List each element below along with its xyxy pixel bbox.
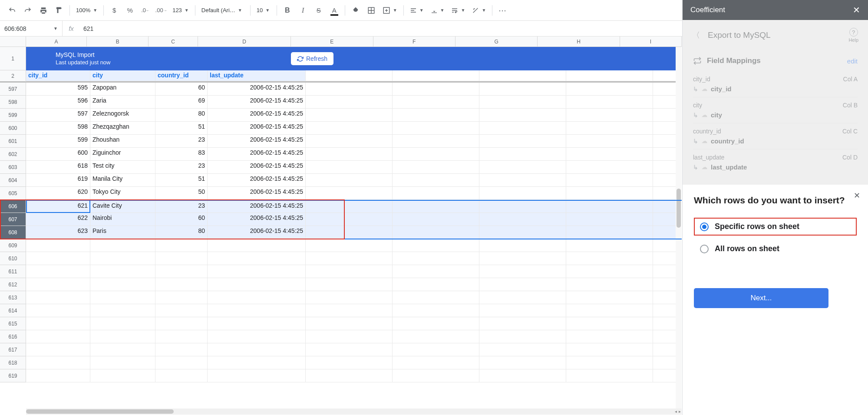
cell[interactable]: 50 [155, 187, 208, 200]
cell[interactable] [306, 174, 393, 187]
cell[interactable] [479, 278, 566, 291]
cell[interactable] [306, 343, 393, 356]
cell[interactable]: 83 [155, 148, 208, 161]
cell[interactable] [566, 148, 653, 161]
cell[interactable] [566, 83, 653, 96]
cell[interactable] [479, 174, 566, 187]
cell[interactable] [393, 187, 479, 200]
cell[interactable]: Manila City [90, 174, 155, 187]
cell[interactable] [306, 278, 393, 291]
print-button[interactable] [36, 3, 50, 17]
cell[interactable]: 2006-02-15 4:45:25 [208, 148, 306, 161]
column-header[interactable]: D [198, 37, 291, 47]
cell[interactable] [393, 278, 479, 291]
cell[interactable] [566, 109, 653, 122]
undo-button[interactable] [5, 3, 19, 17]
row-header[interactable]: 598 [0, 96, 26, 109]
cell[interactable]: 60 [155, 213, 208, 226]
cell[interactable] [566, 291, 653, 304]
row-header[interactable]: 599 [0, 109, 26, 122]
cell[interactable] [566, 213, 653, 226]
cell[interactable] [393, 369, 479, 382]
cell[interactable] [26, 317, 90, 330]
cell[interactable] [566, 122, 653, 135]
cell[interactable] [566, 330, 653, 343]
help-button[interactable]: ? Help [848, 28, 858, 43]
row-header[interactable]: 619 [0, 369, 26, 382]
cell[interactable] [566, 135, 653, 148]
row-header[interactable]: 605 [0, 187, 26, 200]
cell[interactable] [26, 252, 90, 265]
cell[interactable]: Zaria [90, 96, 155, 109]
cell[interactable]: 2006-02-15 4:45:25 [208, 135, 306, 148]
cell[interactable]: 23 [155, 135, 208, 148]
cell[interactable]: 598 [26, 122, 90, 135]
cell[interactable]: 80 [155, 109, 208, 122]
cell[interactable] [566, 265, 653, 278]
cell[interactable] [155, 343, 208, 356]
row-header[interactable]: 611 [0, 265, 26, 278]
radio-all-rows[interactable]: All rows on sheet [694, 244, 857, 253]
cell[interactable]: 2006-02-15 4:45:25 [208, 96, 306, 109]
cell[interactable]: 623 [26, 226, 90, 239]
cell[interactable] [208, 278, 306, 291]
row-header[interactable]: 1 [0, 47, 26, 70]
cell[interactable] [393, 96, 479, 109]
cell[interactable] [479, 200, 566, 213]
bold-button[interactable]: B [281, 3, 294, 17]
currency-button[interactable]: $ [107, 3, 121, 17]
cell[interactable] [479, 109, 566, 122]
cell[interactable] [479, 135, 566, 148]
cell[interactable] [566, 252, 653, 265]
cell[interactable] [208, 330, 306, 343]
cell[interactable]: 2006-02-15 4:45:25 [208, 226, 306, 239]
increase-decimal-button[interactable]: .00→ [154, 3, 168, 17]
cell[interactable] [393, 291, 479, 304]
cell[interactable] [208, 317, 306, 330]
cell[interactable]: 596 [26, 96, 90, 109]
header-cell[interactable]: city_id [26, 70, 90, 81]
cell[interactable] [479, 343, 566, 356]
cell[interactable]: 2006-02-15 4:45:25 [208, 213, 306, 226]
cell[interactable] [566, 226, 653, 239]
cell[interactable]: 23 [155, 200, 208, 213]
cell[interactable] [306, 356, 393, 369]
cell[interactable] [306, 291, 393, 304]
cell[interactable] [208, 265, 306, 278]
column-header[interactable]: C [149, 37, 198, 47]
cell[interactable]: 620 [26, 187, 90, 200]
cell[interactable] [155, 252, 208, 265]
cell[interactable] [479, 96, 566, 109]
cell[interactable] [155, 317, 208, 330]
cell[interactable] [479, 252, 566, 265]
cell[interactable] [393, 265, 479, 278]
cell[interactable] [566, 200, 653, 213]
redo-button[interactable] [21, 3, 35, 17]
cell[interactable] [90, 265, 155, 278]
cell[interactable] [393, 239, 479, 252]
cell[interactable] [479, 148, 566, 161]
cell[interactable] [26, 369, 90, 382]
back-icon[interactable]: 〈 [692, 30, 700, 40]
cell[interactable] [306, 96, 393, 109]
cell[interactable] [393, 83, 479, 96]
font-size-select[interactable]: 10▼ [254, 5, 273, 15]
cell[interactable] [566, 239, 653, 252]
cell[interactable] [90, 317, 155, 330]
cell[interactable]: 80 [155, 226, 208, 239]
cell[interactable]: Zhoushan [90, 135, 155, 148]
column-header[interactable]: A [26, 37, 87, 47]
column-header[interactable]: G [455, 37, 538, 47]
cell[interactable] [306, 304, 393, 317]
row-header[interactable]: 601 [0, 135, 26, 148]
cell[interactable] [566, 356, 653, 369]
italic-button[interactable]: I [296, 3, 310, 17]
cell[interactable]: 2006-02-15 4:45:25 [208, 200, 306, 213]
strikethrough-button[interactable]: S [312, 3, 326, 17]
cell[interactable]: 621 [26, 200, 90, 213]
cell[interactable] [26, 304, 90, 317]
v-align-button[interactable]: ▼ [428, 5, 447, 16]
row-header[interactable]: 600 [0, 122, 26, 135]
row-header[interactable]: 617 [0, 343, 26, 356]
cell[interactable] [155, 330, 208, 343]
